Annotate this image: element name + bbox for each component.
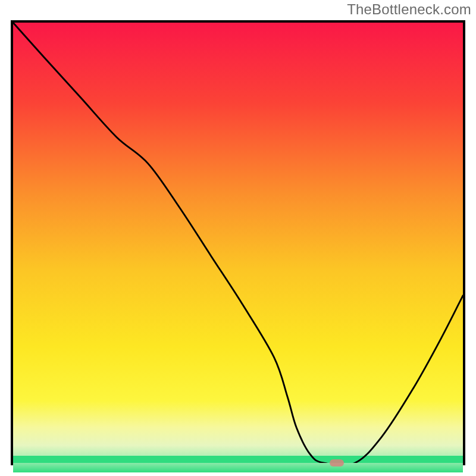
marker-point	[330, 459, 344, 466]
watermark-text: TheBottleneck.com	[347, 1, 471, 18]
line-curve	[13, 23, 463, 463]
plot-frame	[11, 20, 465, 465]
chart-container: TheBottleneck.com	[0, 0, 476, 476]
